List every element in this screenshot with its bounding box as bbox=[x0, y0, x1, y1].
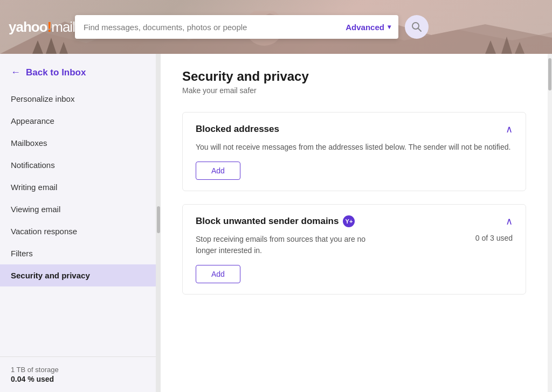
add-domain-button[interactable]: Add bbox=[196, 265, 240, 283]
page-title: Security and privacy bbox=[182, 69, 526, 84]
content-area: Security and privacy Make your email saf… bbox=[161, 54, 548, 392]
header: yahoo!mail Advanced ▾ bbox=[0, 0, 552, 54]
back-to-inbox-link[interactable]: ← Back to Inbox bbox=[0, 54, 156, 88]
section-title-domains: Block unwanted sender domains Y+ bbox=[196, 215, 355, 227]
domains-add-row: Add bbox=[196, 265, 513, 283]
search-input[interactable] bbox=[75, 23, 338, 32]
section-title-blocked: Blocked addresses bbox=[196, 124, 279, 135]
collapse-domains-icon[interactable]: ∧ bbox=[506, 215, 513, 227]
sidebar-footer: 1 TB of storage 0.04 % used bbox=[0, 356, 156, 392]
sidebar-item-viewing-email[interactable]: Viewing email bbox=[0, 198, 156, 220]
section-header-blocked: Blocked addresses ∧ bbox=[196, 123, 513, 135]
sidebar-item-mailboxes[interactable]: Mailboxes bbox=[0, 132, 156, 154]
advanced-search-button[interactable]: Advanced ▾ bbox=[338, 23, 398, 32]
sidebar-scrollbar[interactable] bbox=[156, 54, 161, 392]
main-layout: ← Back to Inbox Personalize inbox Appear… bbox=[0, 54, 552, 392]
add-blocked-address-button[interactable]: Add bbox=[196, 162, 240, 180]
sidebar: ← Back to Inbox Personalize inbox Appear… bbox=[0, 54, 156, 392]
back-arrow-icon: ← bbox=[11, 67, 20, 78]
collapse-blocked-icon[interactable]: ∧ bbox=[506, 123, 513, 135]
page-subtitle: Make your email safer bbox=[182, 86, 526, 95]
sidebar-item-personalize-inbox[interactable]: Personalize inbox bbox=[0, 88, 156, 110]
blocked-addresses-desc: You will not receive messages from the a… bbox=[196, 142, 513, 153]
content-scroll-thumb bbox=[548, 58, 551, 90]
sidebar-item-writing-email[interactable]: Writing email bbox=[0, 176, 156, 198]
search-button[interactable] bbox=[405, 15, 429, 39]
block-domains-desc: Stop receiving emails from sources that … bbox=[196, 234, 379, 256]
sidebar-item-filters[interactable]: Filters bbox=[0, 242, 156, 264]
storage-used: 0.04 % used bbox=[11, 375, 145, 383]
svg-point-9 bbox=[412, 23, 419, 29]
blocked-addresses-section: Blocked addresses ∧ You will not receive… bbox=[182, 112, 526, 191]
sidebar-item-vacation-response[interactable]: Vacation response bbox=[0, 220, 156, 242]
sidebar-nav: Personalize inbox Appearance Mailboxes N… bbox=[0, 88, 156, 356]
sidebar-item-notifications[interactable]: Notifications bbox=[0, 154, 156, 176]
chevron-down-icon: ▾ bbox=[388, 23, 391, 31]
domains-meta: 0 of 3 used bbox=[475, 234, 513, 242]
yahoo-logo: yahoo!mail bbox=[9, 19, 75, 36]
block-domains-section: Block unwanted sender domains Y+ ∧ Stop … bbox=[182, 204, 526, 295]
content-scrollbar[interactable] bbox=[548, 54, 552, 392]
yplus-badge: Y+ bbox=[343, 215, 355, 227]
sidebar-item-appearance[interactable]: Appearance bbox=[0, 110, 156, 132]
search-icon bbox=[411, 22, 422, 32]
storage-label: 1 TB of storage bbox=[11, 366, 145, 374]
content-wrapper: Security and privacy Make your email saf… bbox=[161, 54, 552, 392]
header-content: yahoo!mail Advanced ▾ bbox=[9, 15, 543, 39]
sidebar-scroll-thumb bbox=[157, 206, 160, 233]
search-bar: Advanced ▾ bbox=[75, 15, 398, 39]
section-header-domains: Block unwanted sender domains Y+ ∧ bbox=[196, 215, 513, 227]
domains-desc-row: Stop receiving emails from sources that … bbox=[196, 234, 513, 256]
sidebar-item-security-privacy[interactable]: Security and privacy bbox=[0, 264, 156, 286]
svg-line-10 bbox=[418, 29, 421, 31]
